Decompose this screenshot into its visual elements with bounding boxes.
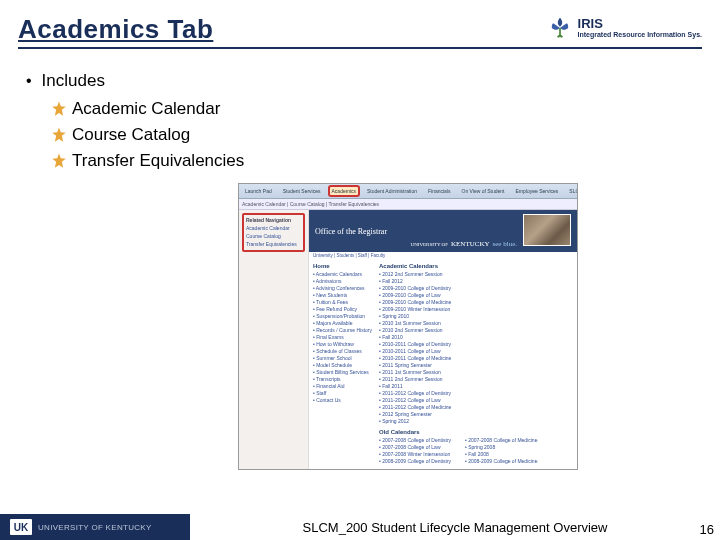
ss-tab-active[interactable]: Academics [329,186,359,196]
ss-link-item[interactable]: • Spring 2012 [379,418,573,425]
ss-tab[interactable]: Financials [425,186,454,196]
iris-flower-icon [546,14,574,42]
ss-link-item[interactable]: • 2011 2nd Summer Session [379,376,573,383]
ss-link-item[interactable]: • 2007-2008 Winter Intersession [379,451,451,458]
ss-link-item[interactable]: • Contact Us [313,397,373,404]
ss-link-item[interactable]: • 2010-2011 College of Law [379,348,573,355]
ss-link-item[interactable]: • 2011 1st Summer Session [379,369,573,376]
ss-link-item[interactable]: • New Students [313,292,373,299]
ss-banner: Office of the Registrar UNIVERSITY OF KE… [309,210,577,252]
ss-old-col1: • 2007-2008 College of Dentistry• 2007-2… [379,437,451,465]
slide-header: Academics Tab IRIS Integrated Resource I… [18,14,702,49]
ss-sidebar-item[interactable]: Course Catalog [246,232,301,240]
ss-link-item[interactable]: • Staff [313,390,373,397]
ss-tab[interactable]: Student Administration [364,186,420,196]
ss-tab[interactable]: On View of Student [459,186,508,196]
ss-tab[interactable]: Launch Pad [242,186,275,196]
ss-link-item[interactable]: • 2011-2012 College of Dentistry [379,390,573,397]
ss-link-item[interactable]: • 2011-2012 College of Law [379,397,573,404]
ss-link-item[interactable]: • Fall 2008 [465,451,537,458]
ss-subnav: Academic Calendar | Course Catalog | Tra… [239,199,577,210]
ss-link-item[interactable]: • Spring 2008 [465,444,537,451]
ss-banner-sub: University | Students | Staff | Faculty [309,252,577,259]
ss-link-item[interactable]: • Academic Calendars [313,271,373,278]
ss-link-item[interactable]: • Schedule of Classes [313,348,373,355]
ss-link-item[interactable]: • Admissions [313,278,373,285]
ss-link-item[interactable]: • 2010 1st Summer Session [379,320,573,327]
ss-col1-list: • Academic Calendars• Admissions• Advisi… [313,271,373,404]
ss-tab-bar: Launch Pad Student Services Academics St… [239,184,577,199]
slide-footer: UK UNIVERSITY OF KENTUCKY SLCM_200 Stude… [0,514,720,540]
footer-logo: UK UNIVERSITY OF KENTUCKY [0,514,190,540]
ss-link-item[interactable]: • Tuition & Fees [313,299,373,306]
ss-link-item[interactable]: • Final Exams [313,334,373,341]
ss-link-item[interactable]: • 2011 Spring Semester [379,362,573,369]
ss-tab[interactable]: Employee Services [513,186,562,196]
ss-sidebar-item[interactable]: Academic Calendar [246,224,301,232]
ss-sidebar: Related Navigation Academic Calendar Cou… [239,210,309,469]
ss-link-item[interactable]: • Summer School [313,355,373,362]
ss-link-item[interactable]: • 2007-2008 College of Dentistry [379,437,451,444]
star-icon [50,152,68,170]
ss-link-item[interactable]: • 2010 2nd Summer Session [379,327,573,334]
ss-link-item[interactable]: • Majors Available [313,320,373,327]
footer-title: SLCM_200 Student Lifecycle Management Ov… [190,514,720,540]
ss-link-item[interactable]: • 2010-2011 College of Dentistry [379,341,573,348]
ss-link-item[interactable]: • 2010-2011 College of Medicine [379,355,573,362]
page-number: 16 [700,522,714,537]
ss-sidebar-item[interactable]: Transfer Equivalencies [246,240,301,248]
ss-sidebar-title: Related Navigation [246,217,301,223]
ss-link-item[interactable]: • Suspension/Probation [313,313,373,320]
ss-col2-head: Academic Calendars [379,263,573,269]
sub-bullet-label: Transfer Equivalencies [72,151,244,171]
ss-link-item[interactable]: • Advising Conferences [313,285,373,292]
ss-link-item[interactable]: • 2008-2009 College of Dentistry [379,458,451,465]
iris-logo: IRIS Integrated Resource Information Sys… [546,14,702,42]
bullet-text: Includes [42,71,105,91]
logo-subtitle: Integrated Resource Information Sys. [578,31,702,39]
uk-label: UNIVERSITY OF KENTUCKY [38,523,152,532]
ss-link-item[interactable]: • Transcripts [313,376,373,383]
sub-bullet-1: Course Catalog [50,125,702,145]
ss-link-item[interactable]: • 2009-2010 College of Dentistry [379,285,573,292]
ss-link-item[interactable]: • Spring 2010 [379,313,573,320]
ss-banner-title: Office of the Registrar [315,227,387,236]
ss-link-item[interactable]: • Fall 2011 [379,383,573,390]
ss-link-item[interactable]: • Records / Course History [313,327,373,334]
ss-sidebar-highlighted: Related Navigation Academic Calendar Cou… [242,213,305,252]
ss-link-item[interactable]: • Fee Refund Policy [313,306,373,313]
ss-link-item[interactable]: • Student Billing Services [313,369,373,376]
bullet-icon: • [26,72,32,90]
sub-bullet-2: Transfer Equivalencies [50,151,702,171]
ss-link-item[interactable]: • 2007-2008 College of Medicine [465,437,537,444]
uk-badge-icon: UK [10,519,32,535]
star-icon [50,100,68,118]
ss-link-item[interactable]: • 2011-2012 College of Medicine [379,404,573,411]
ss-link-item[interactable]: • 2008-2009 College of Medicine [465,458,537,465]
ss-tab[interactable]: SLCM/Admin [566,186,577,196]
slide-title: Academics Tab [18,14,213,47]
sub-bullet-label: Academic Calendar [72,99,220,119]
ss-link-item[interactable]: • Model Schedule [313,362,373,369]
ss-tab[interactable]: Student Services [280,186,324,196]
ss-link-item[interactable]: • 2009-2010 College of Medicine [379,299,573,306]
slide-content: • Includes Academic Calendar Course Cata… [18,49,702,470]
ss-link-item[interactable]: • 2009-2010 Winter Intersession [379,306,573,313]
ss-old-col2: • 2007-2008 College of Medicine• Spring … [465,437,537,465]
logo-name: IRIS [578,17,702,31]
bullet-main: • Includes [26,71,702,91]
ss-link-item[interactable]: • 2012 Spring Semester [379,411,573,418]
ss-link-item[interactable]: • Fall 2010 [379,334,573,341]
ss-link-item[interactable]: • 2007-2008 College of Law [379,444,451,451]
ss-link-item[interactable]: • 2012 2nd Summer Session [379,271,573,278]
ss-link-item[interactable]: • Financial Aid [313,383,373,390]
ss-col2-list: • 2012 2nd Summer Session• Fall 2012• 20… [379,271,573,425]
sub-bullet-label: Course Catalog [72,125,190,145]
ss-link-item[interactable]: • 2009-2010 College of Law [379,292,573,299]
ss-link-item[interactable]: • How to Withdraw [313,341,373,348]
ss-banner-tag: see blue. [493,240,518,248]
ss-old-head: Old Calendars [379,429,573,435]
ss-link-item[interactable]: • Fall 2012 [379,278,573,285]
star-icon [50,126,68,144]
ss-banner-brand: KENTUCKY [451,240,490,248]
